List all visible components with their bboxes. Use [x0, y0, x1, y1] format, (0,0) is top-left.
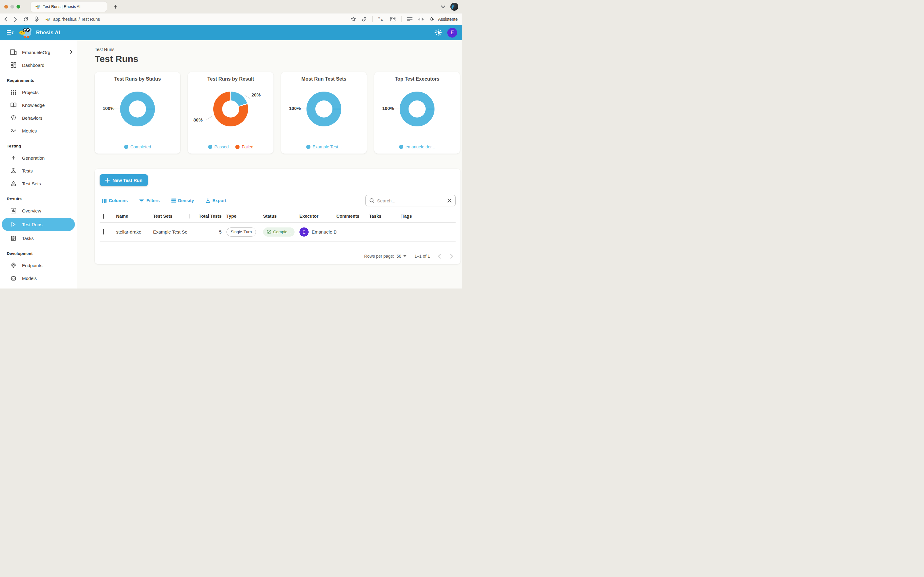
next-page-button[interactable] — [450, 254, 453, 259]
export-button[interactable]: Export — [206, 198, 226, 203]
sidebar-item-test-sets[interactable]: Test Sets — [0, 177, 77, 190]
chart-card-test-sets: Most Run Test Sets 100% Example Test... — [281, 72, 367, 153]
sidebar-item-label: Test Sets — [22, 181, 41, 186]
chart-card-result: Test Runs by Result 20% 80% Passed Faile… — [188, 72, 273, 153]
sidebar-item-organization[interactable]: EmanueleOrg — [0, 46, 77, 59]
column-header-test-sets[interactable]: Test Sets — [153, 214, 190, 219]
sidebar-item-label: Metrics — [22, 128, 37, 134]
column-header-tasks[interactable]: Tasks — [369, 214, 402, 219]
reader-lines-icon — [407, 17, 412, 21]
column-header-status[interactable]: Status — [263, 214, 299, 219]
download-icon — [206, 198, 210, 203]
table-header-row: Name Test Sets Total Tests Type Status E… — [100, 210, 456, 222]
search-input[interactable] — [377, 198, 445, 203]
back-button[interactable] — [4, 16, 8, 22]
user-avatar[interactable]: E — [447, 28, 457, 37]
site-favicon — [45, 17, 50, 22]
url-text: app.rhesis.ai / Test Runs — [53, 17, 100, 22]
rows-per-page-value: 50 — [397, 254, 402, 259]
column-header-tags[interactable]: Tags — [402, 214, 456, 219]
column-header-name[interactable]: Name — [116, 214, 153, 219]
sidebar-item-label: Dashboard — [22, 63, 44, 68]
new-tab-button[interactable] — [111, 2, 120, 11]
test-runs-table-card: New Test Run Columns Filters Density — [95, 169, 460, 264]
building-icon — [10, 50, 17, 55]
waveform-icon — [418, 17, 424, 22]
columns-button[interactable]: Columns — [102, 198, 128, 203]
donut-label: 100% — [289, 106, 300, 111]
donut-label: 80% — [194, 117, 203, 122]
legend-label: emanuele.der... — [405, 144, 435, 149]
status-label: Comple... — [273, 230, 291, 234]
rows-per-page-select[interactable]: 50 — [397, 254, 407, 259]
donut-label: 100% — [382, 106, 394, 111]
column-header-type[interactable]: Type — [226, 214, 263, 219]
link-icon — [362, 16, 367, 22]
sidebar-item-dashboard[interactable]: Dashboard — [0, 59, 77, 71]
cell-total-tests: 5 — [190, 229, 226, 234]
reload-button[interactable] — [23, 17, 28, 22]
donut-chart — [400, 92, 435, 126]
sidebar-item-knowledge[interactable]: Knowledge — [0, 98, 77, 111]
tab-overflow-button[interactable] — [441, 5, 446, 8]
translate-button[interactable]: x̄A — [378, 16, 384, 22]
column-header-total-tests[interactable]: Total Tests — [190, 214, 226, 219]
address-bar[interactable]: app.rhesis.ai / Test Runs — [45, 17, 351, 22]
sidebar-item-tests[interactable]: Tests — [0, 164, 77, 177]
filter-icon — [139, 198, 144, 203]
density-label: Density — [178, 198, 194, 203]
sidebar-item-projects[interactable]: Projects — [0, 86, 77, 98]
column-header-comments[interactable]: Comments — [336, 214, 369, 219]
assistant-button[interactable]: Assistente — [430, 16, 458, 22]
voice-search-button[interactable] — [34, 16, 39, 22]
zoom-window-button[interactable] — [16, 5, 20, 8]
new-test-run-button[interactable]: New Test Run — [100, 174, 148, 186]
theme-toggle-button[interactable] — [435, 29, 442, 36]
table-row[interactable]: stellar-drake Example Test Se 5 Single-T… — [100, 222, 456, 242]
sidebar-item-tasks[interactable]: Tasks — [0, 232, 77, 245]
pagination: Rows per page: 50 1–1 of 1 — [364, 254, 453, 259]
minimize-window-button[interactable] — [10, 5, 14, 8]
plus-icon — [105, 178, 110, 182]
row-checkbox[interactable] — [103, 229, 104, 234]
read-aloud-button[interactable] — [418, 17, 424, 22]
search-box — [365, 195, 456, 206]
rows-per-page-label: Rows per page: — [364, 254, 394, 259]
main-content: Test Runs Test Runs Test Runs by Status … — [77, 40, 462, 288]
sidebar-item-models[interactable]: Models — [0, 272, 77, 285]
legend-dot — [208, 145, 212, 149]
sidebar-item-test-runs[interactable]: Test Runs — [2, 218, 75, 231]
page-title: Test Runs — [95, 54, 462, 64]
sidebar-collapse-button[interactable] — [5, 27, 15, 38]
window-controls — [4, 5, 20, 8]
sidebar-item-label: Tests — [22, 168, 33, 173]
density-button[interactable]: Density — [171, 198, 194, 203]
sidebar-item-generation[interactable]: Generation — [0, 152, 77, 164]
flask-icon — [10, 168, 17, 173]
reader-mode-button[interactable] — [407, 17, 412, 21]
column-header-executor[interactable]: Executor — [299, 214, 336, 219]
extensions-button[interactable] — [390, 16, 396, 22]
columns-icon — [102, 198, 107, 203]
copy-link-button[interactable] — [362, 16, 367, 22]
clear-search-icon[interactable] — [447, 198, 452, 203]
select-all-checkbox[interactable] — [103, 214, 104, 219]
check-circle-icon — [267, 230, 271, 234]
legend-label: Completed — [131, 144, 151, 149]
sidebar-item-endpoints[interactable]: Endpoints — [0, 259, 77, 272]
export-label: Export — [212, 198, 226, 203]
sidebar-item-behaviors[interactable]: Behaviors — [0, 111, 77, 124]
bookmark-button[interactable] — [351, 16, 356, 22]
donut-chart — [213, 92, 248, 126]
browser-tab[interactable]: Test Runs | Rhesis AI — [31, 2, 107, 12]
close-window-button[interactable] — [4, 5, 8, 8]
dashboard-icon — [10, 62, 17, 68]
filters-button[interactable]: Filters — [139, 198, 160, 203]
previous-page-button[interactable] — [438, 254, 441, 259]
chevron-right-icon — [69, 50, 73, 55]
forward-button[interactable] — [14, 16, 17, 22]
sidebar-item-metrics[interactable]: Metrics — [0, 124, 77, 137]
sidebar-item-overview[interactable]: Overview — [0, 204, 77, 217]
browser-profile-avatar[interactable] — [451, 3, 458, 11]
browser-window: Test Runs | Rhesis AI — [0, 0, 462, 288]
